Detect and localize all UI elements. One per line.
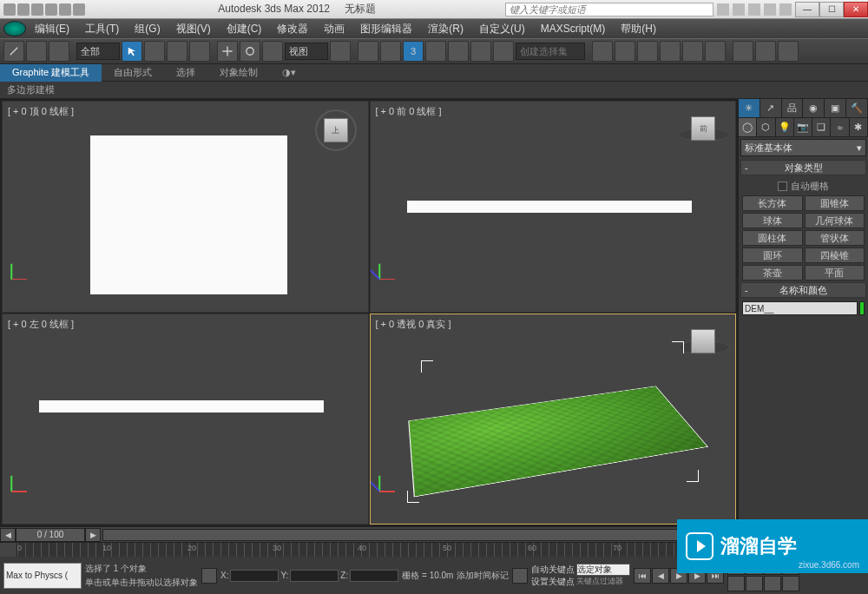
keyboard-shortcut-icon[interactable] (380, 41, 401, 62)
app-menu-button[interactable] (3, 21, 26, 36)
box-button[interactable]: 长方体 (742, 195, 803, 211)
mirror-icon[interactable] (592, 41, 613, 62)
percent-snap-icon[interactable] (448, 41, 469, 62)
viewport-label[interactable]: [ + 0 左 0 线框 ] (8, 318, 74, 331)
color-swatch[interactable] (859, 301, 865, 315)
viewport-perspective[interactable]: [ + 0 透视 0 真实 ] (370, 314, 737, 525)
pan-icon[interactable] (746, 576, 763, 591)
use-center-icon[interactable] (330, 41, 351, 62)
rollout-name-color[interactable]: - 名称和颜色 (740, 282, 866, 298)
tab-selection[interactable]: 选择 (164, 64, 207, 82)
key-target-input[interactable] (576, 564, 630, 576)
lights-icon[interactable]: 💡 (776, 118, 794, 136)
autogrid-checkbox[interactable] (778, 182, 787, 191)
exchange-icon[interactable] (748, 3, 760, 16)
menu-edit[interactable]: 编辑(E) (28, 20, 76, 38)
select-region-icon[interactable] (167, 41, 187, 62)
add-time-tag[interactable]: 添加时间标记 (457, 570, 509, 582)
manipulate-icon[interactable] (358, 41, 378, 62)
schematic-view-icon[interactable] (682, 41, 703, 62)
next-frame-button[interactable]: ▶ (85, 528, 101, 542)
tab-graphite[interactable]: Graphite 建模工具 (0, 64, 102, 82)
edit-named-sel-icon[interactable] (493, 41, 514, 62)
viewcube[interactable] (681, 320, 725, 363)
torus-button[interactable]: 圆环 (742, 248, 803, 263)
viewcube[interactable]: 上 (314, 109, 358, 152)
rotate-icon[interactable] (240, 41, 260, 62)
display-tab-icon[interactable]: ▣ (825, 99, 846, 117)
hierarchy-tab-icon[interactable]: 品 (782, 99, 804, 117)
menu-rendering[interactable]: 渲染(R) (421, 20, 470, 38)
viewport-front[interactable]: [ + 0 前 0 线框 ] 前 (370, 101, 737, 313)
qat-new-icon[interactable] (3, 3, 16, 16)
curve-editor-icon[interactable] (660, 41, 681, 62)
systems-icon[interactable]: ✱ (850, 118, 868, 136)
sphere-button[interactable]: 球体 (742, 213, 803, 228)
rendered-frame-icon[interactable] (755, 41, 776, 62)
shapes-icon[interactable]: ⬡ (757, 118, 775, 136)
setkey-button[interactable]: 设置关键点 (531, 576, 575, 588)
close-button[interactable]: ✕ (844, 2, 868, 17)
frame-indicator[interactable]: 0 / 100 (16, 528, 85, 542)
key-icon[interactable] (512, 568, 528, 584)
angle-snap-icon[interactable] (425, 41, 446, 62)
keyfilter-button[interactable]: 关键点过滤器 (576, 576, 623, 587)
subscription-icon[interactable] (733, 3, 745, 16)
search-icon[interactable] (717, 3, 729, 16)
link-icon[interactable] (3, 41, 24, 62)
geosphere-button[interactable]: 几何球体 (805, 213, 865, 228)
viewport-label[interactable]: [ + 0 前 0 线框 ] (376, 105, 442, 118)
bind-icon[interactable] (49, 41, 69, 62)
cone-button[interactable]: 圆锥体 (805, 195, 865, 211)
move-icon[interactable] (217, 41, 238, 62)
maximize-viewport-icon[interactable] (782, 576, 799, 591)
menu-animation[interactable]: 动画 (317, 20, 352, 38)
plane-button[interactable]: 平面 (805, 265, 865, 280)
render-setup-icon[interactable] (733, 41, 753, 62)
goto-start-icon[interactable]: ⏮ (634, 568, 651, 584)
object-name-input[interactable] (742, 301, 858, 315)
qat-redo-icon[interactable] (59, 3, 71, 16)
qat-more-icon[interactable] (73, 3, 85, 16)
teapot-button[interactable]: 茶壶 (742, 265, 803, 280)
orbit-icon[interactable] (764, 576, 781, 591)
infocenter-search-input[interactable] (505, 3, 713, 16)
select-by-name-icon[interactable] (144, 41, 165, 62)
viewport-label[interactable]: [ + 0 顶 0 线框 ] (8, 105, 74, 118)
cylinder-button[interactable]: 圆柱体 (742, 230, 803, 246)
help-icon[interactable] (779, 3, 792, 16)
ref-coord-dropdown[interactable]: 视图 (285, 43, 328, 60)
create-tab-icon[interactable]: ✳ (739, 99, 760, 117)
material-editor-icon[interactable] (705, 41, 726, 62)
minimize-button[interactable]: — (795, 2, 819, 17)
maximize-button[interactable]: ☐ (819, 2, 844, 17)
menu-modifiers[interactable]: 修改器 (270, 20, 315, 38)
named-selection-input[interactable] (516, 43, 585, 60)
helpers-icon[interactable]: ❏ (812, 118, 831, 136)
coord-x-input[interactable] (230, 570, 279, 582)
qat-open-icon[interactable] (17, 3, 30, 16)
tab-freeform[interactable]: 自由形式 (102, 64, 164, 82)
align-icon[interactable] (615, 41, 635, 62)
qat-save-icon[interactable] (31, 3, 43, 16)
unlink-icon[interactable] (26, 41, 47, 62)
rollout-object-type[interactable]: - 对象类型 (740, 160, 866, 175)
script-listener[interactable]: Max to Physcs ( (3, 563, 82, 589)
prev-key-icon[interactable]: ◀ (652, 568, 669, 584)
tube-button[interactable]: 管状体 (805, 230, 865, 246)
coord-z-input[interactable] (350, 570, 398, 582)
modify-tab-icon[interactable]: ↗ (760, 99, 782, 117)
spacewarps-icon[interactable]: ≈ (831, 118, 849, 136)
prev-frame-button[interactable]: ◀ (0, 528, 16, 542)
menu-maxscript[interactable]: MAXScript(M) (534, 21, 613, 36)
qat-undo-icon[interactable] (45, 3, 57, 16)
snap-toggle-icon[interactable]: 3 (403, 41, 424, 62)
category-dropdown[interactable]: 标准基本体▾ (740, 139, 866, 156)
tab-objpaint[interactable]: 对象绘制 (207, 64, 270, 82)
menu-customize[interactable]: 自定义(U) (472, 20, 532, 38)
autokey-button[interactable]: 自动关键点 (531, 564, 575, 576)
utilities-tab-icon[interactable]: 🔨 (846, 99, 868, 117)
viewport-left[interactable]: [ + 0 左 0 线框 ] (2, 314, 369, 525)
menu-help[interactable]: 帮助(H) (614, 20, 663, 38)
layers-icon[interactable] (637, 41, 658, 62)
